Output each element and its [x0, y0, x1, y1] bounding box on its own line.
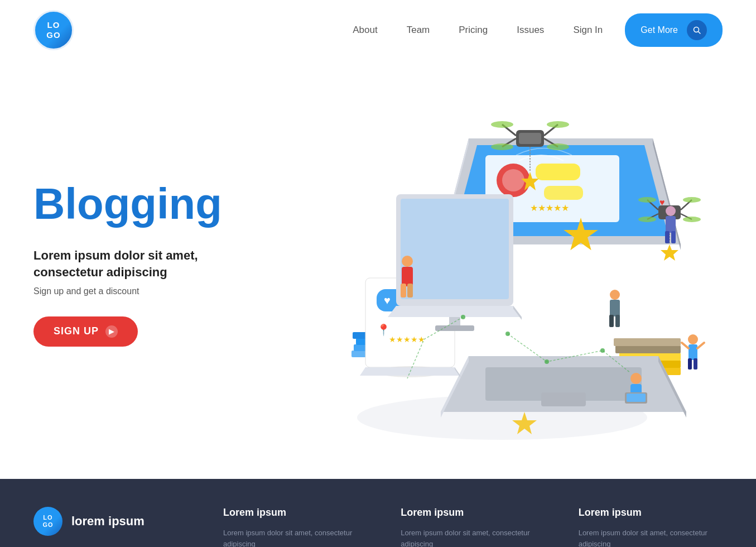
svg-point-67 [402, 256, 413, 267]
svg-line-89 [682, 343, 688, 348]
search-icon [687, 20, 707, 40]
svg-rect-24 [536, 164, 580, 180]
svg-rect-16 [541, 392, 586, 406]
svg-marker-41 [388, 306, 522, 317]
footer-brand-name: lorem ipsum [71, 514, 145, 529]
get-more-button[interactable]: Get More [625, 13, 723, 47]
svg-rect-6 [615, 346, 681, 353]
footer-col1-title: Lorem ipsum [223, 507, 367, 519]
footer-col-2: Lorem ipsum Lorem ipsum dolor sit amet, … [401, 507, 545, 547]
svg-point-85 [688, 334, 698, 344]
svg-rect-40 [401, 199, 509, 299]
svg-line-1 [699, 32, 701, 34]
svg-point-51 [491, 143, 513, 150]
svg-point-49 [491, 121, 513, 128]
svg-rect-25 [544, 186, 583, 200]
svg-rect-73 [609, 315, 614, 327]
svg-rect-84 [627, 394, 646, 402]
footer: LO GO lorem ipsum Lorem ipsum dolor sit … [0, 479, 756, 547]
svg-rect-70 [407, 284, 413, 298]
footer-col2-title: Lorem ipsum [401, 507, 545, 519]
svg-point-63 [683, 217, 701, 222]
nav-issues[interactable]: Issues [517, 25, 544, 36]
nav-signin[interactable]: Sign In [573, 25, 603, 36]
hero-section: Blogging Lorem ipsum dolor sit amet, con… [0, 60, 756, 479]
svg-point-75 [666, 206, 676, 216]
svg-text:♥: ♥ [659, 198, 665, 207]
svg-rect-88 [694, 358, 697, 370]
svg-point-23 [502, 169, 524, 191]
svg-point-71 [610, 290, 620, 300]
logo-icon: LO GO [33, 10, 74, 50]
footer-logo-row: LO GO lorem ipsum [33, 507, 190, 536]
svg-line-90 [697, 343, 704, 348]
nav-pricing[interactable]: Pricing [459, 25, 488, 36]
svg-point-94 [461, 315, 465, 319]
hero-description: Sign up and get a discount [33, 286, 268, 296]
footer-col3-link1[interactable]: Lorem ipsum dolor sit amet, consectetur … [579, 527, 723, 547]
svg-rect-38 [435, 325, 474, 331]
footer-col2-link1[interactable]: Lorem ipsum dolor sit amet, consectetur … [401, 527, 545, 547]
play-icon: ▶ [105, 325, 118, 338]
svg-point-61 [683, 197, 701, 203]
svg-rect-7 [614, 338, 681, 346]
footer-col1-link1[interactable]: Lorem ipsum dolor sit amet, consectetur … [223, 527, 367, 547]
svg-rect-74 [615, 315, 620, 327]
hero-content: Blogging Lorem ipsum dolor sit amet, con… [33, 181, 268, 346]
nav-team[interactable]: Team [407, 25, 430, 36]
svg-text:★★★★★: ★★★★★ [389, 335, 425, 344]
svg-rect-44 [519, 133, 541, 144]
svg-text:★★★★★: ★★★★★ [530, 203, 569, 213]
illustration-svg: ★★★★★ ♥ 💬 📍 ★★★★★ [268, 83, 725, 473]
svg-marker-65 [661, 244, 678, 261]
svg-rect-86 [688, 344, 697, 360]
svg-rect-69 [401, 284, 406, 298]
logo[interactable]: LO GO [33, 10, 74, 50]
signup-button[interactable]: SIGN UP ▶ [33, 316, 138, 347]
footer-col-3: Lorem ipsum Lorem ipsum dolor sit amet, … [579, 507, 723, 547]
hero-title: Blogging [33, 181, 268, 227]
footer-col-1: Lorem ipsum Lorem ipsum dolor sit amet, … [223, 507, 367, 547]
svg-rect-76 [666, 216, 676, 233]
svg-text:♥: ♥ [384, 294, 391, 306]
svg-point-50 [547, 121, 569, 128]
main-nav: About Team Pricing Issues Sign In [353, 25, 603, 36]
svg-rect-78 [671, 231, 676, 243]
svg-point-80 [630, 373, 642, 384]
svg-point-52 [547, 143, 569, 150]
svg-point-60 [638, 197, 656, 203]
footer-col3-title: Lorem ipsum [579, 507, 723, 519]
svg-rect-72 [610, 300, 620, 316]
svg-rect-77 [665, 231, 670, 243]
nav-about[interactable]: About [353, 25, 377, 36]
svg-point-93 [600, 348, 605, 353]
header: LO GO About Team Pricing Issues Sign In … [0, 0, 756, 60]
svg-point-92 [545, 359, 549, 364]
hero-subtitle: Lorem ipsum dolor sit amet, consectetur … [33, 247, 268, 280]
svg-point-91 [505, 332, 510, 336]
hero-illustration: ★★★★★ ♥ 💬 📍 ★★★★★ [268, 83, 725, 445]
svg-rect-68 [402, 267, 413, 286]
footer-logo-icon: LO GO [33, 507, 62, 536]
svg-point-62 [638, 217, 656, 222]
svg-rect-87 [688, 358, 692, 370]
footer-brand: LO GO lorem ipsum Lorem ipsum dolor sit … [33, 507, 190, 547]
